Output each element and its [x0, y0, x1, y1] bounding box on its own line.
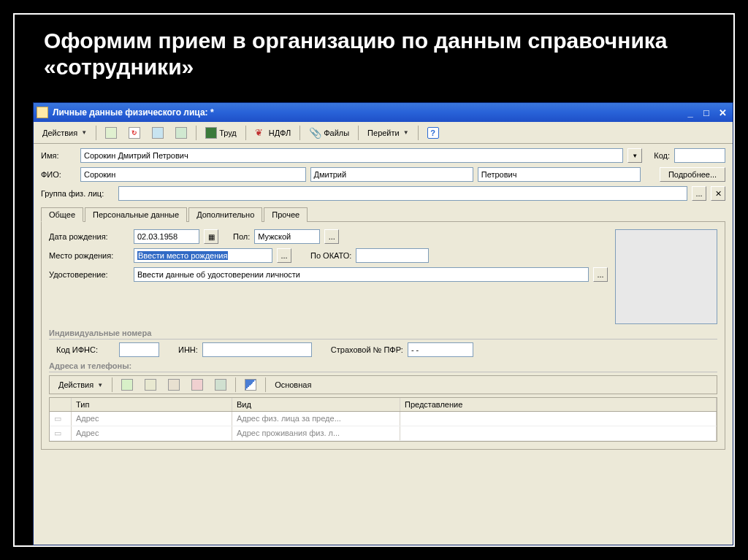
tab-strip: Общее Персональные данные Дополнительно … [41, 207, 725, 222]
titlebar: Личные данные физического лица: * _ □ ✕ [34, 103, 733, 122]
inn-label: ИНН: [178, 345, 198, 354]
separator [265, 377, 266, 392]
th-kind[interactable]: Вид [232, 398, 400, 411]
app-window: Личные данные физического лица: * _ □ ✕ … [33, 102, 733, 545]
code-label: Код: [654, 151, 670, 160]
toolbar-icon-4[interactable] [171, 125, 191, 141]
goto-label: Перейти [367, 129, 400, 137]
group-addresses: Адреса и телефоны: [49, 361, 717, 372]
ndfl-label: НДФЛ [269, 129, 291, 137]
th-type[interactable]: Тип [72, 398, 232, 411]
chevron-down-icon: ▼ [97, 382, 103, 388]
trud-button[interactable]: Труд [201, 125, 241, 141]
code-field[interactable] [674, 148, 725, 163]
pfr-field[interactable]: - - [408, 342, 473, 357]
okato-field[interactable] [356, 248, 429, 263]
toolbar-icon-2[interactable]: ↻ [124, 125, 145, 141]
name-label: Имя: [41, 151, 76, 160]
goto-menu[interactable]: Перейти ▼ [363, 125, 413, 141]
birthplace-label: Место рождения: [49, 251, 129, 260]
address-edit-button[interactable] [140, 377, 161, 393]
separator [235, 377, 236, 392]
tab-additional[interactable]: Дополнительно [188, 207, 262, 222]
address-toggle-button[interactable] [240, 377, 261, 393]
gender-select-button[interactable]: ... [324, 229, 339, 244]
name-field[interactable]: Сорокин Дмитрий Петрович [80, 148, 623, 163]
window-title: Личные данные физического лица: * [53, 107, 214, 118]
ifns-field[interactable] [119, 342, 159, 357]
trud-label: Труд [219, 129, 237, 137]
inn-field[interactable] [202, 342, 312, 357]
calendar-icon: ▦ [208, 233, 215, 241]
cell-repr [400, 426, 717, 440]
address-add-button[interactable] [117, 377, 137, 393]
separator [358, 126, 359, 140]
th-icon[interactable] [50, 398, 72, 411]
address-delete-button[interactable] [187, 377, 207, 393]
id-select-button[interactable]: ... [593, 267, 608, 282]
tab-other[interactable]: Прочее [264, 207, 308, 222]
firstname-field[interactable]: Дмитрий [310, 167, 473, 182]
patronymic-field[interactable]: Петрович [478, 167, 641, 182]
name-value: Сорокин Дмитрий Петрович [84, 151, 188, 160]
address-ok-button[interactable] [210, 377, 231, 393]
ndfl-button[interactable]: ❦ НДФЛ [251, 125, 295, 141]
th-repr[interactable]: Представление [400, 398, 717, 411]
address-actions-label: Действия [58, 380, 94, 389]
dob-field[interactable]: 02.03.1958 [134, 229, 199, 244]
id-field[interactable]: Ввести данные об удостоверении личности [134, 267, 589, 282]
toolbar-icon-1[interactable] [101, 125, 121, 141]
tab-panel-general: Дата рождения: 02.03.1958 ▦ Пол: Мужской… [41, 222, 725, 450]
files-button[interactable]: 📎 Файлы [305, 125, 354, 141]
okato-label: По ОКАТО: [310, 251, 351, 260]
minimize-button[interactable]: _ [683, 106, 698, 119]
pfr-label: Страховой № ПФР: [331, 345, 403, 354]
birthplace-select-button[interactable]: ... [277, 248, 291, 263]
gender-field[interactable]: Мужской [254, 229, 320, 244]
slide-title: Оформим прием в организацию по данным сп… [15, 15, 733, 89]
ifns-label: Код ИФНС: [56, 345, 115, 354]
separator [299, 126, 300, 140]
cell-type: Адрес [72, 412, 232, 426]
document-icon [37, 107, 48, 118]
more-button[interactable]: Подробнее... [660, 167, 725, 182]
chevron-down-icon: ▼ [81, 129, 87, 136]
address-actions-menu[interactable]: Действия ▼ [54, 377, 107, 393]
table-header: Тип Вид Представление [50, 398, 717, 412]
row-icon: ▭ [54, 429, 61, 437]
toolbar-icon-3[interactable] [148, 125, 168, 141]
trud-icon [205, 127, 217, 139]
group-field[interactable] [118, 186, 687, 201]
main-toolbar: Действия ▼ ↻ Труд ❦ НДФЛ 📎 Файлы [34, 122, 733, 144]
group-clear-button[interactable]: ✕ [711, 186, 725, 201]
birthplace-value: Ввести место рождения [137, 251, 228, 260]
help-icon: ? [427, 127, 439, 139]
group-label: Группа физ. лиц: [41, 189, 114, 198]
tab-general[interactable]: Общее [41, 207, 83, 222]
separator [196, 126, 196, 140]
help-button[interactable]: ? [423, 125, 443, 141]
gender-label: Пол: [233, 232, 250, 241]
table-row[interactable]: ▭ Адрес Адрес проживания физ. л... [50, 426, 717, 441]
table-row[interactable]: ▭ Адрес Адрес физ. лица за преде... [50, 412, 717, 426]
close-button[interactable]: ✕ [715, 106, 730, 119]
dob-label: Дата рождения: [49, 232, 129, 241]
name-dropdown-button[interactable]: ▼ [627, 148, 642, 163]
maximize-button[interactable]: □ [699, 106, 714, 119]
actions-label: Действия [42, 129, 77, 137]
address-main-label: Основная [275, 380, 311, 389]
fio-label: ФИО: [41, 170, 76, 179]
calendar-button[interactable]: ▦ [204, 229, 218, 244]
address-copy-button[interactable] [164, 377, 184, 393]
separator [245, 126, 246, 140]
group-select-button[interactable]: ... [692, 186, 706, 201]
tab-personal[interactable]: Персональные данные [85, 207, 187, 222]
birthplace-field[interactable]: Ввести место рождения [134, 248, 272, 263]
cell-kind: Адрес проживания физ. л... [232, 426, 400, 440]
surname-field[interactable]: Сорокин [80, 167, 306, 182]
address-toolbar: Действия ▼ Основная [49, 375, 717, 394]
paperclip-icon: 📎 [309, 127, 321, 139]
row-icon: ▭ [54, 414, 61, 423]
photo-placeholder[interactable] [615, 229, 717, 324]
actions-menu[interactable]: Действия ▼ [38, 125, 91, 141]
